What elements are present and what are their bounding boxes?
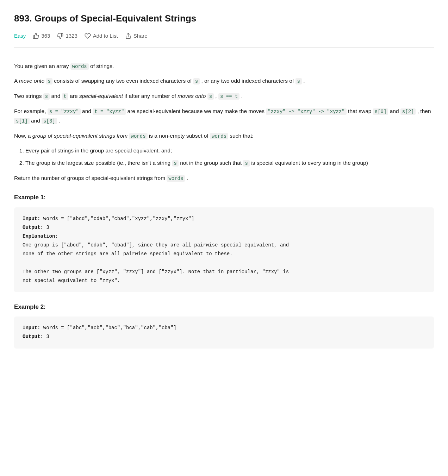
para2-italic: move onto [19, 78, 46, 84]
para3-code3: s [207, 93, 214, 100]
para4-code3: "zzxy" -> "xzzy" -> "xyzz" [266, 108, 346, 115]
para4-code7: s[3] [42, 118, 57, 124]
para6: Return the number of groups of special-e… [14, 174, 434, 183]
para1-rest: of strings. [90, 63, 114, 69]
upvote-action[interactable]: 363 [33, 32, 50, 40]
downvote-count: 1323 [66, 32, 77, 40]
para2-code3: s [295, 78, 302, 84]
para2-mid2: , or any two odd indexed characters of [201, 78, 294, 84]
example2-input-label: Input: [23, 325, 40, 331]
para2: A move onto s consists of swapping any t… [14, 76, 434, 86]
para4-code2: t = "xyzz" [93, 108, 126, 115]
para1: You are given an array words of strings. [14, 62, 434, 71]
para4-code5: s[2] [400, 108, 416, 115]
example2-output-label: Output: [23, 334, 43, 339]
example1-explanation-label: Explanation: [23, 233, 58, 239]
list2-code1: s [172, 160, 179, 167]
example1-output-value: 3 [46, 225, 49, 230]
example1-explanation-line5: not special equivalent to "zzyx". [23, 276, 425, 285]
example1-title: Example 1: [14, 193, 434, 202]
example1-explanation-label-line: Explanation: [23, 232, 425, 241]
para4-code4: s[0] [373, 108, 388, 115]
para1-text: You are given an array [14, 63, 69, 69]
para2-code2: s [193, 78, 200, 84]
para3-code4: s == t [218, 93, 239, 100]
add-to-list-label: Add to List [93, 32, 118, 40]
para2-mid: consists of swapping any two even indexe… [54, 78, 192, 84]
share-action[interactable]: Share [125, 32, 148, 40]
example1-explanation-line1: One group is ["abcd", "cdab", "cbad"], s… [23, 241, 425, 250]
description-section: You are given an array words of strings.… [14, 55, 434, 363]
example2-output-value: 3 [46, 334, 49, 339]
example1-block: Input: words = ["abcd","cdab","cbad","xy… [14, 207, 434, 293]
example2-input-value: words = ["abc","acb","bac","bca","cab","… [43, 325, 176, 331]
example1-output-line: Output: 3 [23, 223, 425, 232]
para3: Two strings s and t are special-equivale… [14, 92, 434, 101]
heart-icon [85, 33, 91, 39]
add-to-list-action[interactable]: Add to List [85, 32, 118, 40]
example2-title: Example 2: [14, 302, 434, 312]
example1-input-value: words = ["abcd","cdab","cbad","xyzz","zz… [43, 216, 194, 221]
list-item-2: The group is the largest size possible (… [25, 158, 434, 168]
example1-explanation-line2: none of the other strings are all pairwi… [23, 250, 425, 258]
example1-input-line: Input: words = ["abcd","cdab","cbad","xy… [23, 214, 425, 223]
thumbs-up-icon [33, 33, 39, 39]
problem-title: 893. Groups of Special-Equivalent String… [14, 11, 434, 26]
para6-code: words [167, 175, 185, 182]
share-label: Share [133, 32, 148, 40]
example2-output-line: Output: 3 [23, 332, 425, 341]
para4-code1: s = "zzxy" [48, 108, 81, 115]
para1-code: words [70, 63, 89, 70]
upvote-count: 363 [41, 32, 50, 40]
difficulty-badge: Easy [14, 32, 26, 40]
thumbs-down-icon [57, 33, 63, 39]
share-icon [125, 33, 131, 39]
para3-code2: t [62, 93, 68, 100]
example1-input-label: Input: [23, 216, 40, 221]
para2-prefix: A [14, 78, 17, 84]
meta-bar: Easy 363 1323 Add to List Share [14, 32, 434, 48]
conditions-list: Every pair of strings in the group are s… [25, 146, 434, 168]
list-item-1: Every pair of strings in the group are s… [25, 146, 434, 155]
para5-code2: words [210, 133, 228, 139]
example2-input-line: Input: words = ["abc","acb","bac","bca",… [23, 324, 425, 332]
para2-code1: s [46, 78, 52, 84]
example1-explanation-line4: The other two groups are ["xyzz", "zzxy"… [23, 268, 425, 276]
para5-code1: words [129, 133, 148, 139]
para5: Now, a group of special-equivalent strin… [14, 131, 434, 141]
list2-code2: s [243, 160, 249, 167]
para3-code1: s [43, 93, 50, 100]
para4: For example, s = "zzxy" and t = "xyzz" a… [14, 107, 434, 126]
downvote-action[interactable]: 1323 [57, 32, 77, 40]
example1-output-label: Output: [23, 225, 43, 230]
para4-code6: s[1] [14, 118, 30, 124]
example2-block: Input: words = ["abc","acb","bac","bca",… [14, 317, 434, 348]
para2-suffix: . [303, 78, 305, 84]
